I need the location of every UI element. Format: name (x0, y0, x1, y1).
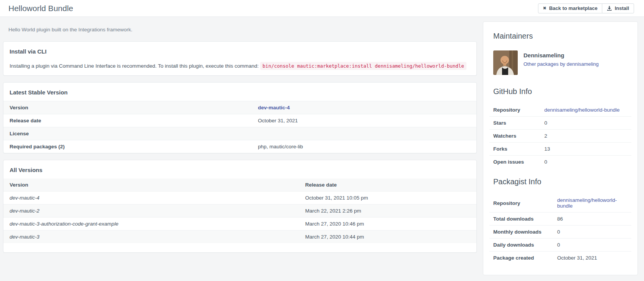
plugin-description: Hello World plugin built on the Integrat… (8, 27, 477, 32)
packagist-info-table: Repository dennisameling/helloworld-bund… (489, 194, 631, 264)
row-value: 13 (541, 143, 631, 156)
row-value (252, 127, 476, 140)
github-info-title: GitHub Info (493, 87, 628, 96)
row-label: Stars (489, 117, 541, 130)
row-label: Total downloads (489, 213, 553, 226)
cli-instructions: Installing a plugin via Command Line Int… (3, 55, 476, 69)
maintainer-item: Dennisameling Other packages by dennisam… (493, 50, 628, 75)
table-row: Daily downloads 0 (489, 239, 631, 252)
maintainer-info: Dennisameling Other packages by dennisam… (523, 50, 599, 67)
install-button[interactable]: Install (602, 3, 634, 13)
row-label: Monthly downloads (489, 226, 553, 239)
row-value: 86 (553, 213, 631, 226)
row-value: October 31, 2021 (553, 252, 631, 265)
back-to-marketplace-label: Back to marketplace (549, 6, 597, 11)
row-value: October 31, 2021 (252, 114, 476, 127)
latest-stable-table: Version dev-mautic-4 Release date Octobe… (3, 101, 476, 153)
cli-panel-title: Install via CLI (3, 42, 476, 55)
row-value: php, mautic/core-lib (252, 140, 476, 153)
row-value: 0 (541, 156, 631, 169)
table-row: Repository dennisameling/helloworld-bund… (489, 194, 631, 213)
row-label: Open issues (489, 156, 541, 169)
row-label: Watchers (489, 130, 541, 143)
latest-stable-version-panel: Latest Stable Version Version dev-mautic… (3, 82, 477, 153)
row-label: Forks (489, 143, 541, 156)
table-row: dev-mautic-3-authorization-code-grant-ex… (3, 218, 476, 231)
version-name: dev-mautic-3 (10, 234, 39, 240)
row-label: Package created (489, 252, 553, 265)
latest-stable-title: Latest Stable Version (3, 83, 476, 101)
install-label: Install (615, 6, 629, 11)
content-area: Hello World plugin built on the Integrat… (0, 17, 644, 275)
other-packages-link[interactable]: Other packages by dennisameling (523, 61, 599, 67)
all-versions-title: All Versions (3, 160, 476, 179)
row-value: 0 (541, 117, 631, 130)
table-row: Release date October 31, 2021 (3, 114, 476, 127)
install-via-cli-panel: Install via CLI Installing a plugin via … (3, 41, 477, 76)
packagist-repository-link[interactable]: dennisameling/helloworld-bundle (557, 197, 617, 209)
cli-command: bin/console mautic:marketplace:install d… (260, 62, 466, 70)
table-row: Required packages (2) php, mautic/core-l… (3, 140, 476, 153)
row-value: 2 (541, 130, 631, 143)
row-value: 0 (553, 239, 631, 252)
back-to-marketplace-button[interactable]: ✖ Back to marketplace (538, 3, 603, 13)
download-icon (607, 6, 612, 11)
page-header: Helloworld Bundle ✖ Back to marketplace … (0, 0, 644, 17)
table-row: Open issues 0 (489, 156, 631, 169)
release-date: March 27, 2020 10:46 pm (299, 218, 477, 231)
table-row: Repository dennisameling/helloworld-bund… (489, 104, 631, 117)
header-button-group: ✖ Back to marketplace Install (538, 3, 634, 13)
row-label: Version (3, 101, 252, 114)
table-header-row: Version Release date (3, 179, 476, 192)
row-label: Release date (3, 114, 252, 127)
github-repository-link[interactable]: dennisameling/helloworld-bundle (545, 107, 620, 113)
table-row: dev-mautic-4 October 31, 2021 10:05 pm (3, 192, 476, 205)
version-name: dev-mautic-3-authorization-code-grant-ex… (10, 221, 118, 227)
page-title: Helloworld Bundle (8, 4, 73, 13)
table-row: Monthly downloads 0 (489, 226, 631, 239)
table-row: dev-mautic-2 March 22, 2021 2:26 pm (3, 205, 476, 218)
table-row: Watchers 2 (489, 130, 631, 143)
packagist-info-title: Packagist Info (493, 177, 628, 186)
avatar (493, 50, 518, 75)
column-header-release-date: Release date (299, 179, 477, 192)
close-icon: ✖ (543, 6, 546, 10)
table-row: Package created October 31, 2021 (489, 252, 631, 265)
maintainer-name: Dennisameling (523, 52, 599, 58)
row-label: Repository (489, 104, 541, 117)
version-name: dev-mautic-4 (10, 195, 39, 201)
row-label: License (3, 127, 252, 140)
version-name: dev-mautic-2 (10, 208, 39, 214)
cli-instructions-text: Installing a plugin via Command Line Int… (10, 63, 259, 69)
all-versions-panel: All Versions Version Release date dev-ma… (3, 160, 477, 253)
row-label: Daily downloads (489, 239, 553, 252)
table-row: Version dev-mautic-4 (3, 101, 476, 114)
table-row: License (3, 127, 476, 140)
release-date: March 22, 2021 2:26 pm (299, 205, 477, 218)
table-row: dev-mautic-3 March 27, 2020 10:44 pm (3, 231, 476, 244)
sidebar: Maintainers Dennisameling Other packages… (483, 21, 638, 275)
column-header-version: Version (3, 179, 299, 192)
release-date: October 31, 2021 10:05 pm (299, 192, 477, 205)
maintainers-title: Maintainers (493, 32, 628, 41)
row-label: Required packages (2) (3, 140, 252, 153)
row-label: Repository (489, 194, 553, 213)
github-info-table: Repository dennisameling/helloworld-bund… (489, 104, 631, 168)
release-date: March 27, 2020 10:44 pm (299, 231, 477, 244)
table-row: Total downloads 86 (489, 213, 631, 226)
table-row: Stars 0 (489, 117, 631, 130)
main-column: Hello World plugin built on the Integrat… (3, 21, 477, 259)
table-row: Forks 13 (489, 143, 631, 156)
row-value: 0 (553, 226, 631, 239)
version-link[interactable]: dev-mautic-4 (258, 105, 290, 110)
all-versions-table: Version Release date dev-mautic-4 Octobe… (3, 179, 476, 243)
